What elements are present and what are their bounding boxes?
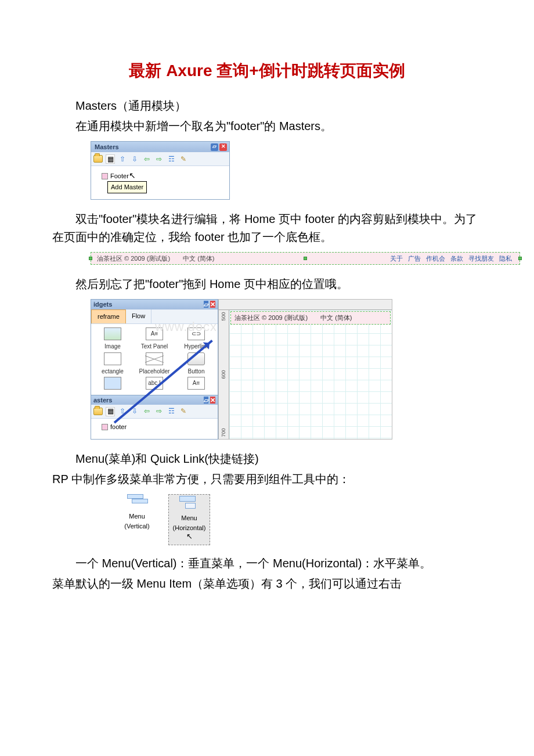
widget-table[interactable] <box>92 377 133 391</box>
master-icon <box>102 173 108 179</box>
para-masters-heading: Masters（通用模块） <box>52 97 482 115</box>
widgets-titlebar: idgets ▱ ✕ <box>91 300 218 309</box>
search-icon[interactable]: ☶ <box>167 154 176 164</box>
doc-title: 最新 Axure 查询+倒计时跳转页面实例 <box>52 58 482 83</box>
footer-link[interactable]: 广告 <box>408 255 421 262</box>
widget-label: Menu (Horizontal) <box>173 513 206 533</box>
handle-left-icon[interactable] <box>89 257 92 260</box>
para-edit-footer: 双击"footer"模块名进行编辑，将 Home 页中 footer 的内容剪贴… <box>52 210 482 246</box>
arrow-right-icon[interactable]: ⇨ <box>154 154 164 164</box>
widget-text-panel[interactable]: A≡Text Panel <box>134 327 175 351</box>
masters-subpanel-title: asters <box>93 395 112 405</box>
widget-label: Menu (Vertical) <box>124 512 149 531</box>
folder-icon[interactable] <box>93 154 103 164</box>
arrow-left-icon[interactable]: ⇦ <box>142 407 151 416</box>
para-menu-heading: Menu(菜单)和 Quick Link(快捷链接) <box>52 450 482 468</box>
ruler-horizontal <box>219 300 392 310</box>
figure-footer-strip: 油茶社区 © 2009 (测试版) 中文 (简体) 关于 广告 作机会 条款 寻… <box>91 252 482 265</box>
menu-horizontal-icon <box>179 496 199 511</box>
master-item-footer[interactable]: footer <box>102 422 215 432</box>
figure-menu-widgets: Menu (Vertical) Menu (Horizontal) ↖ <box>116 494 482 545</box>
widgets-title: idgets <box>93 300 112 309</box>
edit-icon[interactable]: ✎ <box>179 407 188 416</box>
para-menu-intro: RP 中制作多级菜单非常方便，只需要用到组件工具中的： <box>52 470 482 488</box>
arrow-left-icon[interactable]: ⇦ <box>142 154 151 164</box>
masters-toolbar: ▦ ⇧ ⇩ ⇦ ⇨ ☶ ✎ <box>91 152 229 166</box>
footer-link[interactable]: 隐私 <box>499 255 512 262</box>
master-item-label: Footer <box>110 171 129 181</box>
add-master-icon[interactable]: ▦ <box>106 407 115 416</box>
canvas-grid: 油茶社区 © 2009 (测试版) 中文 (简体) <box>229 310 392 439</box>
arrow-up-icon[interactable]: ⇧ <box>118 154 127 164</box>
canvas-footer-instance[interactable]: 油茶社区 © 2009 (测试版) 中文 (简体) <box>230 311 391 325</box>
ruler-tick: 500 <box>220 312 228 321</box>
handle-mid-icon[interactable] <box>304 257 307 260</box>
widget-label: Text Panel <box>141 342 168 351</box>
figure-widgets-canvas: www.docx.com idgets ▱ ✕ reframe Flow Ima… <box>91 299 482 440</box>
close-icon[interactable]: ✕ <box>219 143 227 151</box>
ruler-tick: 600 <box>220 370 228 379</box>
cursor-icon: ↖ <box>186 531 193 542</box>
footer-link[interactable]: 条款 <box>450 255 463 262</box>
arrow-down-icon[interactable]: ⇩ <box>130 154 139 164</box>
restore-icon[interactable]: ▱ <box>211 143 218 151</box>
edit-icon[interactable]: ✎ <box>179 154 188 164</box>
widget-textarea[interactable]: A≡ <box>176 377 217 391</box>
para-drag-footer: 然后别忘了把"footer"拖到 Home 页中相应的位置哦。 <box>52 275 482 293</box>
footer-strip-text: 油茶社区 © 2009 (测试版) 中文 (简体) <box>97 254 214 264</box>
masters-sub-toolbar: ▦ ⇧ ⇩ ⇦ ⇨ ☶ ✎ <box>91 405 218 419</box>
ruler-vertical: 500 600 700 <box>219 310 229 439</box>
footer-strip: 油茶社区 © 2009 (测试版) 中文 (简体) 关于 广告 作机会 条款 寻… <box>91 252 520 265</box>
widgets-grid: Image A≡Text Panel ⊂⊃Hyperlink ectangle … <box>91 324 218 395</box>
footer-links: 关于 广告 作机会 条款 寻找朋友 隐私 <box>388 254 514 264</box>
para-add-master: 在通用模块中新增一个取名为"footer"的 Masters。 <box>52 117 482 135</box>
masters-sub-tree: footer <box>91 419 218 438</box>
footer-link[interactable]: 寻找朋友 <box>468 255 494 262</box>
restore-icon[interactable]: ▱ <box>204 301 208 308</box>
handle-right-icon[interactable] <box>518 257 522 260</box>
tab-wireframe[interactable]: reframe <box>91 309 126 323</box>
para-menu-items: 菜单默认的一级 Menu Item（菜单选项）有 3 个，我们可以通过右击 <box>52 575 482 593</box>
master-item-footer[interactable]: Footer ↖ <box>102 170 227 182</box>
masters-panel-titlebar: Masters ▱ ✕ <box>91 142 229 152</box>
widget-label: ectangle <box>102 367 124 376</box>
masters-tree: Footer ↖ Add Master <box>91 166 229 199</box>
widgets-panel: www.docx.com idgets ▱ ✕ reframe Flow Ima… <box>91 299 218 440</box>
figure-masters-panel: Masters ▱ ✕ ▦ ⇧ ⇩ ⇦ ⇨ ☶ ✎ Footer ↖ Add M… <box>91 141 482 200</box>
arrow-right-icon[interactable]: ⇨ <box>154 407 164 416</box>
widget-label: Button <box>188 367 205 376</box>
menu-vertical-icon <box>127 494 147 509</box>
tab-flow[interactable]: Flow <box>126 309 151 323</box>
add-master-icon[interactable]: ▦ <box>106 154 115 164</box>
footer-link[interactable]: 作机会 <box>426 255 445 262</box>
search-icon[interactable]: ☶ <box>167 407 176 416</box>
cursor-icon: ↖ <box>129 170 136 182</box>
folder-icon[interactable] <box>93 407 103 416</box>
masters-panel-title: Masters <box>95 142 119 152</box>
footer-link[interactable]: 关于 <box>390 255 403 262</box>
tooltip-add-master: Add Master <box>107 181 147 193</box>
close-icon[interactable]: ✕ <box>210 301 215 308</box>
close-icon[interactable]: ✕ <box>210 397 215 404</box>
widgets-tabs: reframe Flow <box>91 309 218 324</box>
masters-subpanel-titlebar: asters ▱ ✕ <box>91 395 218 405</box>
para-menu-desc: 一个 Menu(Vertical)：垂直菜单，一个 Menu(Horizonta… <box>52 555 482 573</box>
widget-placeholder[interactable]: Placeholder <box>134 352 175 376</box>
ruler-tick: 700 <box>220 429 228 437</box>
restore-icon[interactable]: ▱ <box>204 397 208 404</box>
widget-rectangle[interactable]: ectangle <box>92 352 133 376</box>
master-item-label: footer <box>110 422 127 432</box>
widget-label: Placeholder <box>139 367 170 376</box>
widget-image[interactable]: Image <box>92 327 133 351</box>
master-icon <box>102 424 108 430</box>
canvas-area[interactable]: 500 600 700 油茶社区 © 2009 (测试版) 中文 (简体) <box>218 299 392 440</box>
masters-panel: Masters ▱ ✕ ▦ ⇧ ⇩ ⇦ ⇨ ☶ ✎ Footer ↖ Add M… <box>91 141 230 200</box>
widget-label: Image <box>104 342 121 351</box>
widget-menu-horizontal[interactable]: Menu (Horizontal) ↖ <box>168 494 210 545</box>
widget-menu-vertical[interactable]: Menu (Vertical) <box>116 494 158 545</box>
